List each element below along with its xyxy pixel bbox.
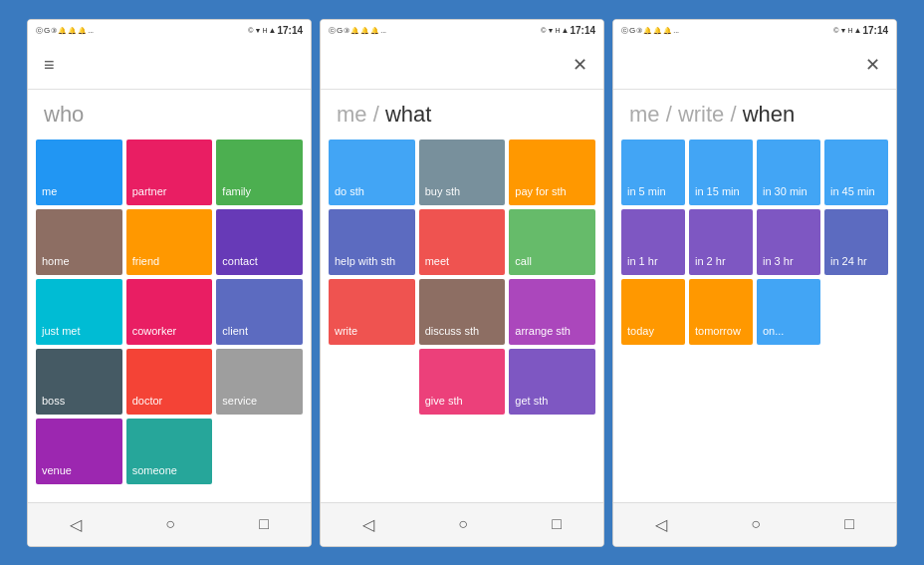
tile-4[interactable]: in 1 hr xyxy=(621,209,685,275)
grid-container: in 5 minin 15 minin 30 minin 45 minin 1 … xyxy=(613,136,896,502)
tile-label: arrange sth xyxy=(515,325,571,338)
tile-label: home xyxy=(42,255,70,268)
tile-label: partner xyxy=(132,185,167,198)
tile-1[interactable]: buy sth xyxy=(419,140,506,205)
back-button[interactable]: ◁ xyxy=(70,515,82,534)
tile-label: in 30 min xyxy=(763,185,808,198)
tile-grid: do sthbuy sthpay for sthhelp with sthmee… xyxy=(329,140,595,415)
tile-11 xyxy=(824,279,888,345)
tile-label: friend xyxy=(132,255,160,268)
tile-label: do sth xyxy=(335,185,364,198)
tile-3[interactable]: in 45 min xyxy=(824,140,888,205)
recent-button[interactable]: □ xyxy=(844,515,854,533)
tile-5[interactable]: contact xyxy=(216,209,303,275)
tile-2[interactable]: family xyxy=(216,140,303,205)
tile-2[interactable]: in 30 min xyxy=(757,140,820,205)
tile-8[interactable]: client xyxy=(216,279,303,345)
tile-4[interactable]: friend xyxy=(126,209,213,275)
status-left-icons: ⓒG③ 🔔🔔🔔 ... xyxy=(329,26,386,36)
nav-bar: ◁○□ xyxy=(28,502,311,546)
tile-9[interactable]: tomorrow xyxy=(689,279,753,345)
page-title: who xyxy=(28,90,311,136)
tile-5[interactable]: call xyxy=(509,209,595,275)
tile-0[interactable]: do sth xyxy=(329,140,415,205)
nav-bar: ◁○□ xyxy=(321,502,603,546)
toolbar: ≡ xyxy=(28,42,311,90)
nav-bar: ◁○□ xyxy=(613,502,896,546)
phone-3: ⓒG③ 🔔🔔🔔 ... ©▼H ▲ 17:14 ✕me / write / wh… xyxy=(612,19,897,547)
tile-3[interactable]: help with sth xyxy=(329,209,415,275)
tile-9 xyxy=(329,349,415,415)
tile-label: tomorrow xyxy=(695,325,741,338)
tile-6[interactable]: in 3 hr xyxy=(757,209,820,275)
close-icon[interactable]: ✕ xyxy=(865,54,880,76)
tile-label: help with sth xyxy=(335,255,395,268)
tile-8[interactable]: today xyxy=(621,279,685,345)
tile-11[interactable]: service xyxy=(216,349,303,415)
tile-label: in 3 hr xyxy=(763,255,794,268)
tile-label: someone xyxy=(132,464,177,477)
tile-label: on... xyxy=(763,325,784,338)
tile-1[interactable]: partner xyxy=(126,140,213,205)
tile-6[interactable]: just met xyxy=(36,279,122,345)
tile-6[interactable]: write xyxy=(329,279,415,345)
tile-9[interactable]: boss xyxy=(36,349,122,415)
tile-10[interactable]: doctor xyxy=(126,349,213,415)
tile-label: meet xyxy=(425,255,449,268)
tile-8[interactable]: arrange sth xyxy=(509,279,595,345)
menu-icon[interactable]: ≡ xyxy=(44,55,55,76)
tile-label: in 45 min xyxy=(830,185,875,198)
tile-7[interactable]: coworker xyxy=(126,279,213,345)
tile-label: give sth xyxy=(425,395,463,408)
phone-1: ⓒG③ 🔔🔔🔔 ... ©▼H ▲ 17:14 ≡whomepartnerfam… xyxy=(27,19,312,547)
grid-container: do sthbuy sthpay for sthhelp with sthmee… xyxy=(321,136,603,502)
tile-label: doctor xyxy=(132,395,163,408)
tile-3[interactable]: home xyxy=(36,209,122,275)
tile-label: contact xyxy=(222,255,257,268)
tile-10[interactable]: give sth xyxy=(419,349,506,415)
tile-4[interactable]: meet xyxy=(419,209,506,275)
tile-label: pay for sth xyxy=(515,185,566,198)
tile-label: just met xyxy=(42,325,81,338)
tile-label: venue xyxy=(42,464,72,477)
tile-7[interactable]: discuss sth xyxy=(419,279,506,345)
tile-2[interactable]: pay for sth xyxy=(509,140,595,205)
status-right-icons: ©▼H ▲ 17:14 xyxy=(833,25,888,36)
tile-label: in 5 min xyxy=(627,185,666,198)
home-button[interactable]: ○ xyxy=(165,515,175,533)
tile-7[interactable]: in 24 hr xyxy=(824,209,888,275)
tile-label: in 24 hr xyxy=(830,255,867,268)
tile-11[interactable]: get sth xyxy=(509,349,595,415)
tile-0[interactable]: in 5 min xyxy=(621,140,685,205)
status-left-icons: ⓒG③ 🔔🔔🔔 ... xyxy=(36,26,94,36)
tile-12[interactable]: venue xyxy=(36,419,122,484)
tile-0[interactable]: me xyxy=(36,140,122,205)
recent-button[interactable]: □ xyxy=(552,515,562,533)
tile-label: service xyxy=(222,395,257,408)
tile-10[interactable]: on... xyxy=(757,279,820,345)
tile-1[interactable]: in 15 min xyxy=(689,140,753,205)
phones-container: ⓒG③ 🔔🔔🔔 ... ©▼H ▲ 17:14 ≡whomepartnerfam… xyxy=(15,7,909,559)
tile-label: discuss sth xyxy=(425,325,479,338)
back-button[interactable]: ◁ xyxy=(362,515,374,534)
back-button[interactable]: ◁ xyxy=(655,515,667,534)
status-bar: ⓒG③ 🔔🔔🔔 ... ©▼H ▲ 17:14 xyxy=(321,20,603,42)
tile-label: call xyxy=(515,255,532,268)
status-bar: ⓒG③ 🔔🔔🔔 ... ©▼H ▲ 17:14 xyxy=(613,20,896,42)
tile-label: in 15 min xyxy=(695,185,740,198)
home-button[interactable]: ○ xyxy=(458,515,468,533)
tile-label: write xyxy=(335,325,357,338)
tile-13[interactable]: someone xyxy=(126,419,213,484)
tile-5[interactable]: in 2 hr xyxy=(689,209,753,275)
tile-label: family xyxy=(222,185,251,198)
close-icon[interactable]: ✕ xyxy=(573,54,587,76)
tile-label: today xyxy=(627,325,654,338)
tile-label: buy sth xyxy=(425,185,460,198)
tile-label: client xyxy=(222,325,248,338)
home-button[interactable]: ○ xyxy=(751,515,761,533)
tile-label: boss xyxy=(42,395,65,408)
tile-grid: in 5 minin 15 minin 30 minin 45 minin 1 … xyxy=(621,140,888,345)
status-right-icons: ©▼H ▲ 17:14 xyxy=(248,25,303,36)
toolbar: ✕ xyxy=(321,42,603,90)
recent-button[interactable]: □ xyxy=(259,515,269,533)
